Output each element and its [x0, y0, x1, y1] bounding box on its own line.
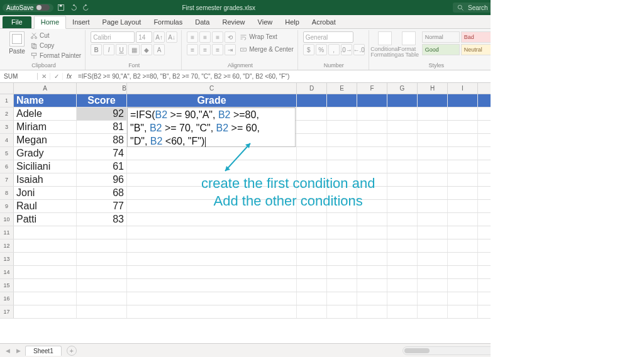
cell-empty[interactable] — [14, 305, 77, 318]
tab-home[interactable]: Home — [34, 16, 66, 29]
tab-data[interactable]: Data — [189, 16, 216, 28]
cell-empty[interactable] — [14, 253, 77, 265]
cell-score[interactable]: 92 — [77, 107, 127, 120]
font-size-combo[interactable]: 14 — [136, 31, 152, 43]
wrap-text-button[interactable]: Wrap Text — [240, 33, 277, 41]
cell-empty[interactable] — [357, 94, 387, 107]
row-header[interactable]: 11 — [0, 226, 14, 239]
fill-color-button[interactable]: ◆ — [141, 44, 152, 55]
tab-formulas[interactable]: Formulas — [147, 16, 189, 28]
cell-empty[interactable] — [77, 292, 127, 305]
cell-empty[interactable] — [418, 147, 448, 160]
decrease-font-button[interactable]: A↓ — [166, 31, 177, 43]
cell-empty[interactable] — [297, 160, 327, 173]
cell-empty[interactable] — [448, 213, 478, 226]
cell-empty[interactable] — [357, 253, 387, 265]
cell-empty[interactable] — [297, 134, 327, 146]
cell-empty[interactable] — [127, 226, 297, 239]
col-header-E[interactable]: E — [327, 83, 357, 94]
row-header[interactable]: 10 — [0, 213, 14, 226]
tab-review[interactable]: Review — [216, 16, 251, 28]
cell-empty[interactable] — [357, 279, 387, 292]
cell-empty[interactable] — [387, 239, 418, 252]
cell-empty[interactable] — [357, 134, 387, 146]
cell-empty[interactable] — [327, 305, 357, 318]
cell-empty[interactable] — [327, 94, 357, 107]
cell-empty[interactable] — [77, 253, 127, 265]
cell-empty[interactable] — [418, 226, 448, 239]
cell-empty[interactable] — [14, 292, 77, 305]
align-top-button[interactable]: ≡ — [187, 31, 198, 43]
cell-empty[interactable] — [357, 266, 387, 278]
cell-empty[interactable] — [387, 160, 418, 173]
cell-empty[interactable] — [448, 292, 478, 305]
cell-empty[interactable] — [357, 292, 387, 305]
row-header[interactable]: 8 — [0, 187, 14, 199]
cell-name[interactable]: Siciliani — [14, 160, 77, 173]
cell-empty[interactable] — [418, 160, 448, 173]
col-header-H[interactable]: H — [418, 83, 448, 94]
cell-empty[interactable] — [14, 279, 77, 292]
font-color-button[interactable]: A — [153, 44, 165, 55]
cell-empty[interactable] — [387, 173, 418, 186]
merge-center-button[interactable]: Merge & Center — [240, 45, 294, 54]
cell-empty[interactable] — [127, 292, 297, 305]
cell-empty[interactable] — [77, 266, 127, 278]
cell-name[interactable]: Joni — [14, 187, 77, 199]
align-left-button[interactable]: ≡ — [187, 44, 198, 55]
cell-grade[interactable] — [127, 147, 297, 160]
tab-view[interactable]: View — [252, 16, 279, 28]
cell-empty[interactable] — [327, 253, 357, 265]
tab-insert[interactable]: Insert — [66, 16, 96, 28]
cell-name[interactable]: Adele — [14, 107, 77, 120]
cell-name[interactable]: Raul — [14, 200, 77, 212]
row-header[interactable]: 2 — [0, 107, 14, 120]
cell-empty[interactable] — [297, 239, 327, 252]
cell-empty[interactable] — [448, 239, 478, 252]
cell-empty[interactable] — [448, 253, 478, 265]
cell-empty[interactable] — [418, 121, 448, 133]
cell-edit-overlay[interactable]: =IFS(B2 >= 90,"A", B2 >=80, "B", B2 >= 7… — [127, 107, 296, 147]
autosave-toggle[interactable]: AutoSave — [3, 4, 53, 12]
cell-empty[interactable] — [127, 266, 297, 278]
cell-empty[interactable] — [387, 134, 418, 146]
cell-score[interactable]: 83 — [77, 213, 127, 226]
row-header[interactable]: 6 — [0, 160, 14, 173]
cell-empty[interactable] — [327, 266, 357, 278]
cell-empty[interactable] — [418, 107, 448, 120]
cell-empty[interactable] — [127, 239, 297, 252]
cell-empty[interactable] — [357, 121, 387, 133]
cell-empty[interactable] — [387, 213, 418, 226]
paste-button[interactable]: Paste — [6, 31, 28, 55]
cell-name[interactable]: Isaiah — [14, 173, 77, 186]
cell-empty[interactable] — [297, 266, 327, 278]
cell-empty[interactable] — [77, 226, 127, 239]
cell-empty[interactable] — [448, 121, 478, 133]
cell-empty[interactable] — [418, 173, 448, 186]
tab-file[interactable]: File — [3, 16, 31, 28]
cell-empty[interactable] — [448, 266, 478, 278]
col-header-D[interactable]: D — [297, 83, 327, 94]
cell-empty[interactable] — [357, 160, 387, 173]
row-header[interactable]: 17 — [0, 305, 14, 318]
cell-empty[interactable] — [14, 226, 77, 239]
cell-empty[interactable] — [357, 107, 387, 120]
cell-empty[interactable] — [387, 266, 418, 278]
cell-empty[interactable] — [77, 239, 127, 252]
cell-score[interactable]: 61 — [77, 160, 127, 173]
cell-empty[interactable] — [387, 187, 418, 199]
cell-empty[interactable] — [297, 279, 327, 292]
fx-icon[interactable]: fx — [63, 73, 75, 80]
name-box[interactable]: SUM — [0, 73, 38, 80]
tab-help[interactable]: Help — [279, 16, 306, 28]
row-header[interactable]: 15 — [0, 279, 14, 292]
cell-empty[interactable] — [418, 253, 448, 265]
style-good[interactable]: Good — [422, 44, 460, 55]
cell-score[interactable]: 96 — [77, 173, 127, 186]
cell-empty[interactable] — [418, 266, 448, 278]
cell-empty[interactable] — [387, 147, 418, 160]
cell-empty[interactable] — [357, 239, 387, 252]
cell-empty[interactable] — [418, 213, 448, 226]
cell-empty[interactable] — [297, 213, 327, 226]
decrease-decimal-button[interactable]: ←.0 — [353, 44, 365, 55]
